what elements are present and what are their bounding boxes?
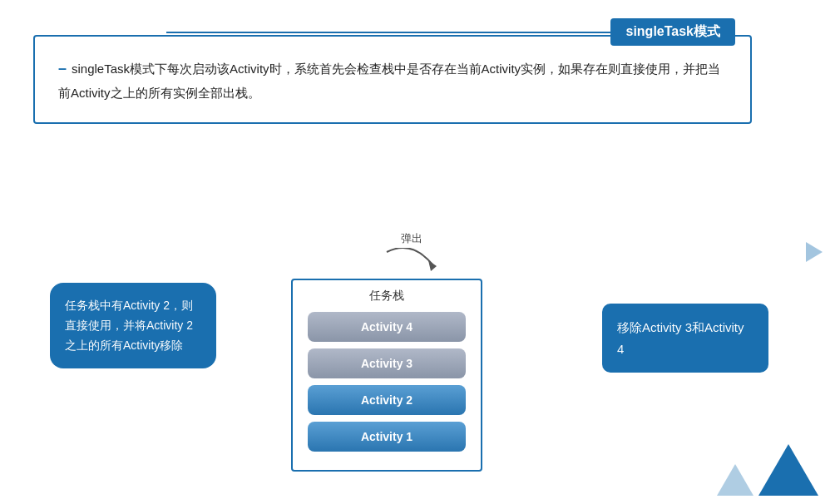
description-box: –singleTask模式下每次启动该Activity时，系统首先会检查栈中是否… (33, 35, 752, 124)
desc-content: singleTask模式下每次启动该Activity时，系统首先会检查栈中是否存… (58, 62, 720, 100)
arrow-icon (383, 248, 441, 279)
activity-2-button: Activity 2 (308, 385, 466, 415)
activity-4-button: Activity 4 (308, 312, 466, 342)
arrow-area: 弹出 (383, 231, 441, 279)
large-triangle-icon (758, 444, 818, 496)
right-triangle-icon (806, 242, 823, 262)
activity-3-button: Activity 3 (308, 348, 466, 378)
right-info-box: 移除Activity 3和Activity 4 (602, 304, 768, 373)
description-text: –singleTask模式下每次启动该Activity时，系统首先会检查栈中是否… (58, 55, 727, 104)
small-triangle-icon (717, 464, 753, 496)
right-indicator (806, 242, 823, 262)
svg-marker-0 (428, 260, 437, 271)
task-stack-title: 任务栈 (308, 289, 466, 304)
decorative-triangles (717, 444, 818, 496)
arrow-label: 弹出 (401, 231, 422, 246)
title-badge: singleTask模式 (610, 18, 735, 46)
dash-symbol: – (58, 60, 67, 77)
activity-1-button: Activity 1 (308, 422, 466, 452)
task-stack-box: 任务栈 Activity 4 Activity 3 Activity 2 Act… (291, 279, 482, 472)
left-info-box: 任务栈中有Activity 2，则直接使用，并将Activity 2之上的所有A… (50, 283, 216, 368)
